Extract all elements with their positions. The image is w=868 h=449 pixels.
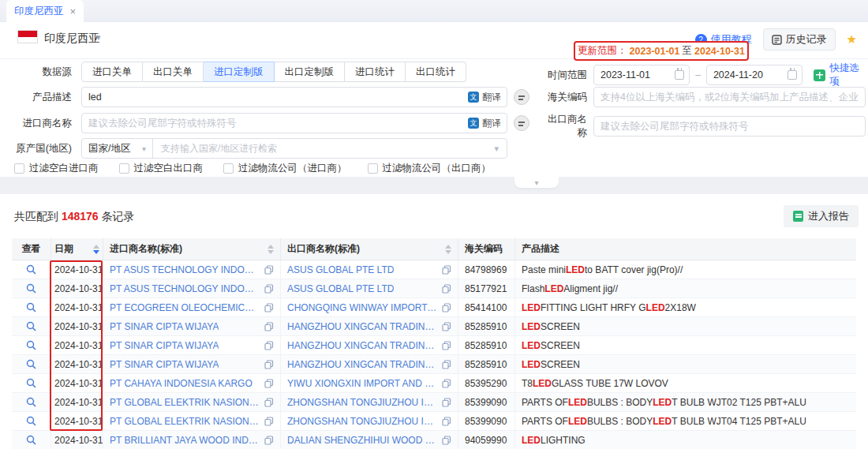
magnifier-icon[interactable] (26, 302, 36, 312)
copy-icon[interactable] (264, 284, 274, 294)
start-date-field[interactable] (593, 65, 690, 85)
view-cell[interactable] (12, 298, 51, 316)
magnifier-icon[interactable] (26, 264, 36, 275)
column-header-3[interactable]: 出口商名称(标准) (281, 238, 458, 260)
datasource-tab-3[interactable]: 出口定制版 (275, 62, 346, 82)
exporter-link[interactable]: ASUS GLOBAL PTE LTD (287, 283, 394, 294)
datasource-tab-0[interactable]: 进口关单 (81, 62, 143, 82)
hs-code-input[interactable] (593, 87, 866, 107)
copy-icon[interactable] (442, 360, 451, 369)
exporter-link[interactable]: ZHONGSHAN TONGJIUZHOU INTERNA... (287, 397, 437, 408)
origin-type-select[interactable]: 国家/地区 ▾ (82, 139, 153, 158)
view-cell[interactable] (12, 412, 51, 430)
importer-link[interactable]: PT GLOBAL ELEKTRIK NASIONAL (110, 416, 260, 427)
quick-options-link[interactable]: 快捷选项 (829, 62, 868, 88)
copy-icon[interactable] (264, 303, 274, 312)
filter-checkbox-1[interactable]: 过滤空白出口商 (119, 162, 204, 175)
origin-search-placeholder[interactable]: 支持输入国家/地区进行检索 (153, 142, 507, 155)
magnifier-icon[interactable] (26, 359, 36, 369)
importer-link[interactable]: PT SINAR CIPTA WIJAYA (110, 359, 219, 370)
input-history-icon[interactable] (514, 89, 529, 105)
tab-indonesia[interactable]: 印度尼西亚 × (6, 0, 84, 22)
exporter-link[interactable]: HANGZHOU XINGCAN TRADING CO LTD (287, 340, 437, 351)
copy-icon[interactable] (442, 284, 451, 294)
view-cell[interactable] (12, 431, 51, 449)
copy-icon[interactable] (264, 379, 274, 388)
exporter-link[interactable]: DALIAN SHENGZHIHUI WOOD INDUST... (287, 435, 437, 446)
datasource-tab-5[interactable]: 出口统计 (406, 62, 466, 82)
view-cell[interactable] (12, 355, 51, 373)
magnifier-icon[interactable] (26, 340, 36, 350)
close-icon[interactable]: × (70, 6, 77, 17)
checkbox-icon[interactable] (223, 163, 234, 174)
exporter-link[interactable]: HANGZHOU XINGCAN TRADING CO LTD (287, 359, 437, 370)
sort-icon[interactable] (445, 245, 451, 254)
datasource-tab-1[interactable]: 出口关单 (143, 62, 204, 82)
importer-link[interactable]: PT BRILLIANT JAYA WOOD INDUSTRY (110, 435, 260, 446)
magnifier-icon[interactable] (26, 321, 36, 331)
magnifier-icon[interactable] (26, 416, 36, 426)
column-header-1[interactable]: 日期 (51, 238, 103, 260)
copy-icon[interactable] (264, 322, 274, 331)
exporter-link[interactable]: ASUS GLOBAL PTE LTD (287, 264, 394, 275)
copy-icon[interactable] (264, 360, 274, 369)
filter-checkbox-0[interactable]: 过滤空白进口商 (14, 162, 99, 175)
importer-link[interactable]: PT ECOGREEN OLEOCHEMICALS (110, 302, 260, 313)
copy-icon[interactable] (264, 341, 274, 350)
sort-icon[interactable] (268, 245, 274, 254)
importer-link[interactable]: PT SINAR CIPTA WIJAYA (110, 340, 219, 351)
view-cell[interactable] (12, 336, 51, 354)
chevron-down-icon[interactable]: ▾ (96, 32, 101, 43)
exporter-link[interactable]: CHONGQING WINWAY IMPORT AND E... (287, 302, 437, 313)
star-icon[interactable]: ★ (847, 32, 857, 47)
copy-icon[interactable] (442, 322, 451, 331)
magnifier-icon[interactable] (26, 435, 36, 445)
view-cell[interactable] (12, 260, 51, 279)
filter-checkbox-2[interactable]: 过滤物流公司（进口商） (223, 162, 347, 175)
history-button[interactable]: 历史记录 (763, 28, 836, 51)
copy-icon[interactable] (264, 398, 274, 407)
importer-link[interactable]: PT ASUS TECHNOLOGY INDONESIA BA... (110, 264, 260, 275)
filter-checkbox-3[interactable]: 过滤物流公司（出口商） (368, 162, 492, 175)
view-cell[interactable] (12, 279, 51, 297)
copy-icon[interactable] (442, 417, 451, 426)
importer-link[interactable]: PT GLOBAL ELEKTRIK NASIONAL (110, 397, 260, 408)
datasource-tab-2[interactable]: 进口定制版 (204, 62, 275, 82)
view-cell[interactable] (12, 374, 51, 392)
translate-button[interactable]: 文 翻译 (468, 91, 501, 104)
copy-icon[interactable] (264, 436, 274, 445)
importer-input[interactable] (81, 113, 507, 133)
input-history-icon[interactable] (514, 115, 529, 131)
collapse-handle[interactable]: ▾ (514, 177, 559, 188)
importer-link[interactable]: PT SINAR CIPTA WIJAYA (110, 321, 219, 332)
copy-icon[interactable] (442, 341, 451, 350)
enter-report-button[interactable]: 进入报告 (784, 205, 859, 227)
magnifier-icon[interactable] (26, 378, 36, 388)
end-date-field[interactable] (706, 65, 803, 85)
view-cell[interactable] (12, 317, 51, 335)
copy-icon[interactable] (442, 303, 451, 312)
checkbox-icon[interactable] (368, 163, 378, 174)
importer-link[interactable]: PT CAHAYA INDONESIA KARGO (110, 378, 253, 389)
exporter-input[interactable] (593, 116, 866, 137)
importer-link[interactable]: PT ASUS TECHNOLOGY INDONESIA BA... (110, 283, 260, 294)
magnifier-icon[interactable] (26, 283, 36, 294)
product-desc-input[interactable] (81, 87, 507, 107)
exporter-link[interactable]: YIWU XIONGXIN IMPORT AND EXPORT... (287, 378, 437, 389)
datasource-tab-4[interactable]: 进口统计 (345, 62, 406, 82)
checkbox-icon[interactable] (14, 163, 24, 174)
exporter-link[interactable]: HANGZHOU XINGCAN TRADING CO LTD (287, 321, 437, 332)
copy-icon[interactable] (442, 398, 451, 407)
column-header-2[interactable]: 进口商名称(标准) (103, 238, 281, 260)
exporter-link[interactable]: ZHONGSHAN TONGJIUZHOU INTERNA... (287, 416, 437, 427)
copy-icon[interactable] (442, 436, 451, 445)
sort-icon[interactable] (93, 245, 99, 254)
view-cell[interactable] (12, 393, 51, 411)
copy-icon[interactable] (442, 265, 451, 275)
copy-icon[interactable] (264, 265, 274, 275)
magnifier-icon[interactable] (26, 397, 36, 407)
copy-icon[interactable] (264, 417, 274, 426)
checkbox-icon[interactable] (119, 163, 129, 174)
translate-button[interactable]: 文 翻译 (468, 117, 501, 130)
copy-icon[interactable] (442, 379, 451, 388)
